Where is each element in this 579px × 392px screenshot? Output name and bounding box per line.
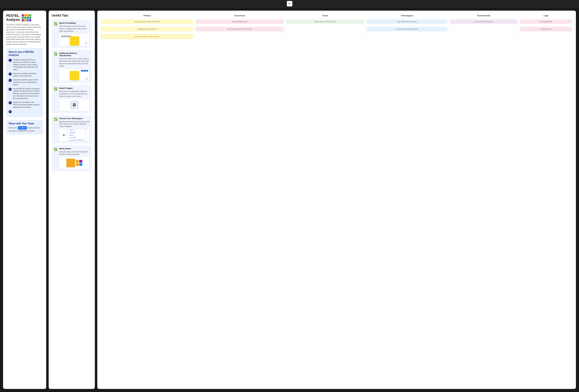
step-4: 4 Use the PESTEL Analysis template to or…: [9, 88, 41, 100]
logo-icon: ✂: [287, 1, 292, 6]
cell-technological-2[interactable]: Low adoption of Internet payments: [365, 26, 449, 33]
table-row-3: Double click to edit text. Type / for op…: [100, 33, 574, 41]
check-icon-4: ✅: [54, 118, 57, 121]
col-social: Social: [285, 13, 365, 18]
share-title: Share with Your Team: [9, 122, 41, 125]
check-icon-3: ✅: [54, 87, 57, 91]
step-2: 2 Research and gather information relate…: [9, 72, 41, 77]
share-button[interactable]: ⬡ Share: [18, 126, 27, 130]
sticky-notes-preview: [59, 157, 90, 169]
tip-sticky-notes: ✅ Sticky Notes Duplicate sticky notes fr…: [52, 145, 92, 171]
cell-economical-2[interactable]: High economic growth for next 5 years: [194, 26, 285, 33]
import-images-preview: 🖼 ↙: [59, 99, 90, 111]
cell-social-1[interactable]: Highest literacy rate in the region: [285, 18, 365, 26]
tip-present-workspace: ✅ Present Your Workspace Quickly present…: [52, 115, 92, 143]
shape-data-badge: Shape Data: [81, 70, 88, 71]
cell-legal-3[interactable]: [519, 33, 573, 41]
top-bar: ✂: [0, 0, 579, 7]
additional-notes-preview: Shape Data ↙: [59, 68, 90, 81]
step-6: 6: [9, 110, 41, 113]
table-row-1: Tax policy favoring foreign investments …: [100, 18, 574, 26]
col-political: Political: [100, 13, 194, 18]
table-row-2: Temporary import restrictions High econo…: [100, 26, 574, 33]
sticky-mini-grid: [76, 160, 82, 166]
cell-legal-2[interactable]: Strict labor laws: [519, 26, 573, 33]
how-to-title: How to Use a PESTEL Analysis: [9, 51, 41, 57]
sticky-orange: [66, 159, 75, 167]
step-3: 3 Assess the potential impact of each di…: [9, 79, 41, 86]
check-icon-5: ✅: [54, 148, 57, 151]
step-5: 5 Analyze the information in the PESTEL …: [9, 101, 41, 108]
left-panel: PESTEL Analysis The PESTEL Analysis temp…: [3, 11, 46, 389]
cell-political-2[interactable]: Temporary import restrictions: [100, 26, 194, 33]
step-1: 1 Familiarize yourself with the six dime…: [9, 59, 41, 71]
cell-economical-3[interactable]: [194, 33, 285, 41]
quick-formatting-preview: ↙: [59, 34, 90, 46]
cell-environmental-3[interactable]: [449, 33, 519, 41]
pestel-grid-icon: [22, 14, 31, 21]
check-icon-2: ✅: [54, 52, 57, 56]
useful-tips-title: Useful Tips: [52, 14, 92, 17]
cell-political-1[interactable]: Tax policy favoring foreign investments: [100, 18, 194, 26]
cell-technological-1[interactable]: High mobile phone penetration: [365, 18, 449, 26]
share-text: Click on the ⬡ Share button and invite y…: [9, 126, 41, 132]
present-workspace-preview: 👤 1 Move to Duplicate Delete View Mode W…: [59, 129, 90, 141]
cell-legal-1[interactable]: Poor copyright laws: [519, 18, 573, 26]
col-technological: Technological: [365, 13, 449, 18]
col-economical: Economical: [194, 13, 285, 18]
cell-social-3[interactable]: [285, 33, 365, 41]
pestel-table: Political Economical Social Technologica…: [100, 13, 574, 41]
tip-import-images: ✅ Import Images Drag and drop anything f…: [52, 85, 92, 113]
cell-political-3[interactable]: Double click to edit text. Type / for op…: [100, 33, 194, 41]
check-icon-1: ✅: [54, 22, 57, 26]
right-panel: Political Economical Social Technologica…: [97, 11, 576, 389]
middle-panel: Useful Tips ✅ Quick Formatting Select th…: [49, 11, 95, 389]
col-environmental: Environmental: [449, 13, 519, 18]
cell-social-2[interactable]: [285, 26, 365, 33]
cell-economical-1[interactable]: High disposable income: [194, 18, 285, 26]
pestel-title: PESTEL Analysis: [6, 14, 20, 22]
present-menu: Move to Duplicate Delete View Mode Works…: [68, 129, 86, 141]
cell-environmental-2[interactable]: [449, 26, 519, 33]
tip-additional-notes: ✅ Additional Notes & Attachments Click o…: [52, 50, 92, 83]
col-legal: Legal: [519, 13, 573, 18]
cell-technological-3[interactable]: [365, 33, 449, 41]
cell-environmental-1[interactable]: Poor environmental policies: [449, 18, 519, 26]
pestel-description: The PESTEL Analysis template is a framew…: [6, 24, 43, 46]
tip-quick-formatting: ✅ Quick Formatting Select the shape to a…: [52, 20, 92, 48]
